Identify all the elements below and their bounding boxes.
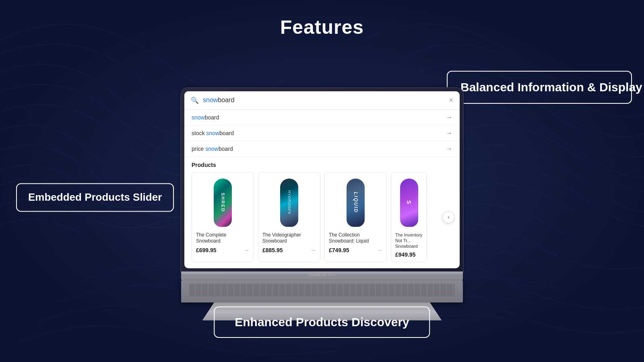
product-price: £949.95	[395, 251, 416, 258]
price-arrow-icon: →	[310, 247, 316, 253]
suggestion-text: stock snowboard	[192, 130, 234, 136]
products-slider-container: SHRED The Complete Snowboard £699.95 →	[192, 172, 452, 263]
product-price-row: £749.95 →	[329, 247, 382, 253]
close-icon[interactable]: ×	[449, 96, 453, 105]
search-icon: 🔍	[191, 97, 199, 104]
product-price-row: £885.95 →	[262, 247, 316, 253]
products-slider: SHRED The Complete Snowboard £699.95 →	[192, 172, 452, 263]
laptop-screen: 🔍 snowboard × snowboard →	[184, 91, 460, 268]
product-image: liquid	[329, 177, 382, 229]
snowboard-text: Hydrogen	[287, 190, 291, 214]
balanced-information-label: Balanced Information & Display	[447, 71, 632, 104]
product-image: Hydrogen	[262, 177, 316, 229]
product-card[interactable]: Hydrogen The Videographer Snowboard £885…	[258, 172, 320, 263]
arrow-icon: →	[446, 145, 452, 152]
snowboard-text: liquid	[353, 192, 359, 213]
arrow-icon: →	[446, 114, 452, 121]
suggestion-text: price snowboard	[192, 146, 233, 152]
product-image: SHRED	[196, 177, 250, 229]
slider-next-button[interactable]: ›	[442, 211, 454, 223]
suggestion-text: snowboard	[192, 114, 219, 121]
laptop-screen-bezel: 🔍 snowboard × snowboard →	[181, 88, 463, 272]
arrow-icon: →	[446, 130, 452, 137]
snowboard-graphic: liquid	[347, 179, 365, 227]
suggestion-item[interactable]: price snowboard →	[184, 141, 460, 157]
search-highlight: snow	[203, 97, 218, 103]
keyboard-keys	[189, 284, 455, 296]
product-card[interactable]: liquid The Collection Snowboard: Liquid …	[324, 172, 387, 263]
suggestion-item[interactable]: snowboard →	[184, 110, 460, 125]
snowboard-text: SHRED	[221, 193, 225, 212]
snowboard-graphic: Hydrogen	[280, 179, 298, 227]
product-price: £749.95	[329, 247, 349, 253]
product-name: The Complete Snowboard	[196, 232, 250, 245]
product-price-row: £699.95 →	[196, 247, 250, 253]
price-arrow-icon: →	[244, 247, 250, 253]
product-price-row: £949.95	[395, 251, 423, 258]
page-title: Features	[280, 16, 364, 38]
snowboard-text: S	[406, 200, 412, 205]
snowboard-graphic: SHRED	[214, 179, 232, 227]
product-card[interactable]: S The Inventory Not Tr... Snowboard £949…	[391, 172, 427, 263]
laptop-keyboard	[181, 280, 463, 302]
embedded-products-slider-label: Embedded Products Slider	[16, 183, 174, 212]
snowboard-graphic: S	[400, 179, 418, 227]
laptop-mockup: 🔍 snowboard × snowboard →	[181, 88, 463, 321]
product-name: The Collection Snowboard: Liquid	[329, 232, 382, 245]
search-input-display: snowboard	[203, 97, 449, 104]
search-bar[interactable]: 🔍 snowboard ×	[184, 91, 460, 110]
product-image: S	[395, 177, 423, 229]
product-card[interactable]: SHRED The Complete Snowboard £699.95 →	[192, 172, 254, 263]
suggestion-item[interactable]: stock snowboard →	[184, 125, 460, 141]
product-name: The Inventory Not Tr... Snowboard	[395, 232, 423, 249]
products-section: Products SHRED T	[184, 157, 460, 266]
product-name: The Videographer Snowboard	[262, 232, 316, 245]
enhanced-products-discovery-label: Enhanced Products Discovery	[214, 306, 430, 338]
product-price: £885.95	[262, 247, 283, 253]
price-arrow-icon: →	[377, 247, 382, 253]
search-rest: board	[218, 97, 234, 103]
products-label: Products	[192, 162, 452, 168]
product-price: £699.95	[196, 247, 217, 253]
